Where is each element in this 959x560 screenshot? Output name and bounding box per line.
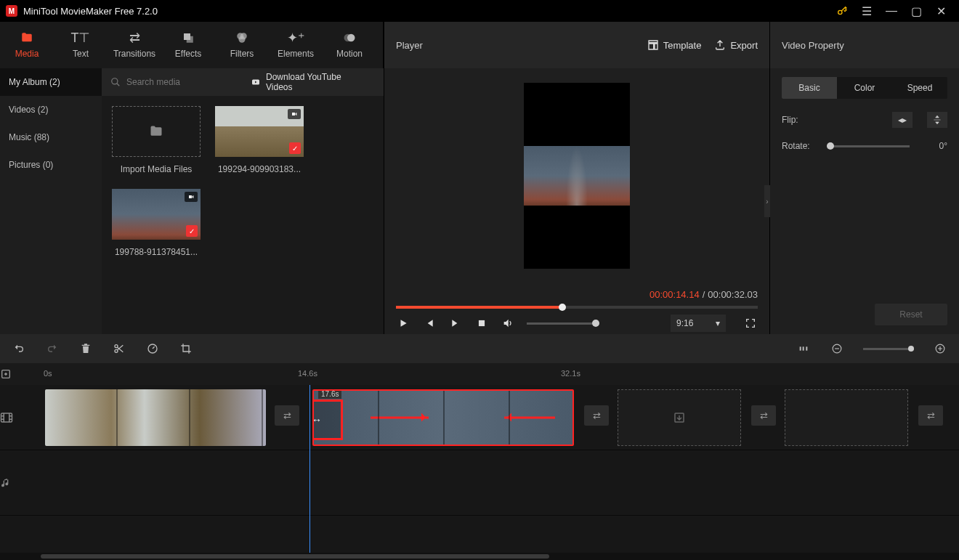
svg-rect-16 xyxy=(800,346,801,350)
media-panel: My Album (2) Download YouTube Videos Vid… xyxy=(0,68,384,334)
property-tab-color[interactable]: Color xyxy=(837,77,892,99)
timeline-ruler[interactable]: 0s 14.6s 32.1s xyxy=(0,363,959,385)
tab-filters[interactable]: Filters xyxy=(215,22,269,68)
property-panel: › Basic Color Speed Flip: ◂▸ Rotate: 0° … xyxy=(770,68,959,334)
next-frame-button[interactable] xyxy=(448,316,463,330)
playhead[interactable] xyxy=(309,385,310,553)
transitions-icon: ⇄ xyxy=(129,31,140,44)
clip-placeholder[interactable] xyxy=(785,389,908,446)
app-logo-icon: M xyxy=(6,5,17,17)
audio-track-icon xyxy=(0,477,41,489)
crop-button[interactable] xyxy=(179,341,193,356)
player-panel: 00:00:14.14 / 00:00:32.03 9:16 ▾ xyxy=(384,68,770,334)
player-title: Player xyxy=(396,40,634,51)
svg-rect-2 xyxy=(187,36,193,43)
collapse-handle[interactable]: › xyxy=(764,185,770,217)
flip-vertical-button[interactable] xyxy=(927,112,947,128)
youtube-icon xyxy=(250,78,262,86)
timeline-scrollbar[interactable] xyxy=(0,553,959,560)
sidebar-item-music[interactable]: Music (88) xyxy=(0,123,102,151)
elements-icon: ✦⁺ xyxy=(287,31,305,44)
trim-handle-annotation: ↔ xyxy=(312,399,343,440)
top-toolbar: Media T⊤ Text ⇄ Transitions Effects Filt… xyxy=(0,22,959,68)
split-button[interactable] xyxy=(112,341,126,356)
tab-text[interactable]: T⊤ Text xyxy=(54,22,108,68)
maximize-button[interactable]: ▢ xyxy=(904,0,928,22)
reset-button[interactable]: Reset xyxy=(875,304,947,325)
fullscreen-button[interactable] xyxy=(743,316,758,330)
svg-rect-18 xyxy=(806,346,807,350)
player-header: Player Template Export xyxy=(384,22,770,68)
stop-button[interactable] xyxy=(474,316,489,330)
volume-slider[interactable] xyxy=(527,322,599,325)
album-tab[interactable]: My Album (2) xyxy=(0,68,102,96)
media-item[interactable]: ✓ 199788-911378451... xyxy=(112,189,201,257)
chevron-down-icon: ▾ xyxy=(716,318,720,328)
flip-horizontal-button[interactable]: ◂▸ xyxy=(892,112,913,128)
tab-elements[interactable]: ✦⁺ Elements xyxy=(269,22,323,68)
tab-media[interactable]: Media xyxy=(0,22,54,68)
rotate-slider[interactable] xyxy=(827,145,910,147)
license-key-icon[interactable] xyxy=(830,0,854,22)
transition-button[interactable]: ⇄ xyxy=(275,405,299,426)
volume-button[interactable] xyxy=(501,316,515,330)
timeline-clip-selected[interactable]: 17.6s ↔ xyxy=(312,389,574,446)
play-button[interactable] xyxy=(396,316,410,330)
media-sidebar: Videos (2) Music (88) Pictures (0) xyxy=(0,96,102,334)
property-tab-speed[interactable]: Speed xyxy=(892,77,947,99)
annotation-arrow-icon xyxy=(504,417,555,419)
progress-bar[interactable] xyxy=(396,306,758,309)
player-viewport[interactable] xyxy=(384,68,769,283)
tab-motion[interactable]: Motion xyxy=(323,22,376,68)
media-thumbnail: ✓ xyxy=(215,106,304,157)
search-input[interactable] xyxy=(126,77,235,87)
clip-placeholder[interactable] xyxy=(618,389,741,446)
search-icon xyxy=(110,77,121,87)
fit-button[interactable] xyxy=(796,341,811,356)
zoom-in-button[interactable] xyxy=(933,341,947,356)
template-button[interactable]: Template xyxy=(647,39,702,51)
svg-point-8 xyxy=(112,78,118,84)
transition-button[interactable]: ⇄ xyxy=(751,405,776,426)
video-badge-icon xyxy=(185,192,198,202)
svg-rect-10 xyxy=(292,113,295,115)
zoom-out-button[interactable] xyxy=(830,341,844,356)
property-tab-basic[interactable]: Basic xyxy=(782,77,837,99)
close-button[interactable]: ✕ xyxy=(928,0,953,22)
transition-button[interactable]: ⇄ xyxy=(584,405,609,426)
delete-button[interactable] xyxy=(78,341,93,356)
redo-button[interactable] xyxy=(45,341,60,356)
sidebar-item-videos[interactable]: Videos (2) xyxy=(0,96,102,123)
media-item[interactable]: ✓ 199294-909903183... xyxy=(215,106,304,174)
folder-icon xyxy=(20,31,34,44)
timeline-tracks: ⇄ 17.6s ↔ ⇄ ⇄ ⇄ xyxy=(0,385,959,553)
aspect-ratio-dropdown[interactable]: 9:16 ▾ xyxy=(671,315,726,332)
audio-track[interactable] xyxy=(0,450,959,516)
export-button[interactable]: Export xyxy=(714,39,758,51)
tab-effects[interactable]: Effects xyxy=(161,22,215,68)
import-media-button[interactable]: Import Media Files xyxy=(112,106,201,174)
speed-button[interactable] xyxy=(145,341,160,356)
check-badge-icon: ✓ xyxy=(186,225,198,237)
prev-frame-button[interactable] xyxy=(422,316,437,330)
zoom-slider[interactable] xyxy=(863,348,914,350)
effects-icon xyxy=(182,31,195,44)
ruler-tick: 0s xyxy=(44,369,52,378)
sidebar-item-pictures[interactable]: Pictures (0) xyxy=(0,151,102,179)
undo-button[interactable] xyxy=(12,341,26,356)
video-track[interactable]: ⇄ 17.6s ↔ ⇄ ⇄ ⇄ xyxy=(0,385,959,450)
text-icon: T⊤ xyxy=(71,31,91,44)
export-icon xyxy=(714,39,726,51)
add-marker-icon[interactable] xyxy=(0,368,41,380)
filters-icon xyxy=(235,31,248,44)
transition-button[interactable]: ⇄ xyxy=(918,405,943,426)
timeline-clip[interactable] xyxy=(45,389,266,446)
download-youtube-button[interactable]: Download YouTube Videos xyxy=(241,72,375,92)
tab-transitions[interactable]: ⇄ Transitions xyxy=(108,22,161,68)
svg-rect-22 xyxy=(1,413,12,422)
annotation-arrow-icon xyxy=(371,417,429,419)
total-time: 00:00:32.03 xyxy=(708,289,758,300)
minimize-button[interactable]: — xyxy=(879,0,904,22)
ruler-tick: 14.6s xyxy=(298,369,317,378)
menu-icon[interactable]: ☰ xyxy=(854,0,879,22)
